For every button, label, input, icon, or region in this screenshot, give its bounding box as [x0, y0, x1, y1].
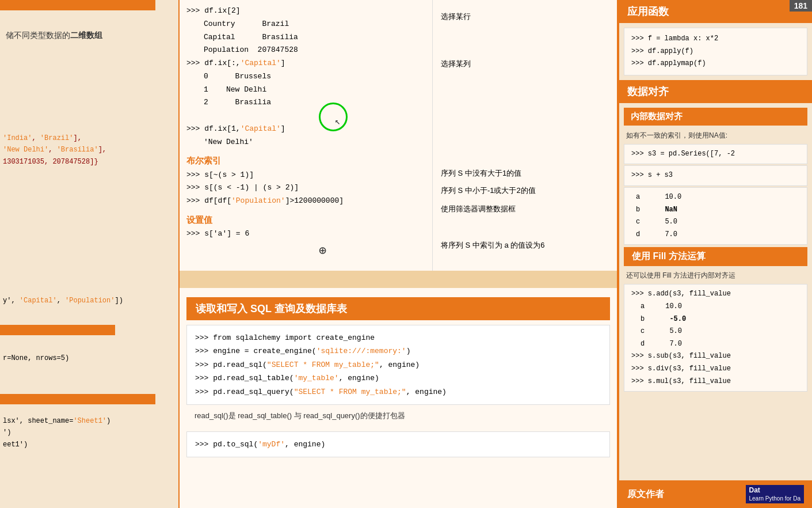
page-badge: 181 — [790, 0, 812, 12]
sql-note: read_sql()是 read_sql_table() 与 read_sql_… — [186, 405, 610, 427]
author-section: 原文作者 DatLearn Python for Da — [619, 478, 812, 508]
left-code-block: 'India', 'Brazil'], 'New Delhi', 'Brasíl… — [3, 132, 106, 168]
code-line: b -5.0 — [631, 313, 800, 326]
left-mid-orange-bar — [0, 325, 115, 335]
code-line — [186, 109, 425, 123]
code-line: 1303171035, 207847528]} — [3, 156, 106, 168]
code-line: >>> s.mul(s3, fill_value — [631, 376, 800, 388]
annot-select-col: 选择某列 — [441, 58, 471, 71]
code-line: >>> df.apply(f) — [631, 46, 800, 58]
left-text-block: 储不同类型数据的二维数组 — [6, 29, 102, 42]
code-line: >>> pd.read_sql_table('my_table', engine… — [195, 371, 601, 385]
middle-top-area: >>> df.ix[2] Country Brazil Capital Bras… — [180, 0, 617, 271]
code-line: >>> s[(s < -1) | (s > 2)] — [186, 181, 425, 195]
annot-filter: 使用筛选器调整数据框 — [441, 203, 516, 216]
code-line: >>> pd.read_sql("SELECT * FROM my_table;… — [195, 358, 601, 371]
middle-panel: >>> df.ix[2] Country Brazil Capital Bras… — [180, 0, 617, 508]
code-line: ') — [3, 427, 110, 438]
sql-result-block: >>> pd.to_sql('myDf', engine) — [186, 431, 610, 457]
result-b: b NaN — [636, 204, 800, 217]
code-line: eet1') — [3, 439, 110, 450]
code-line: r=None, nrows=5) — [3, 352, 69, 364]
set-value-section: 设置值 >>> s['a'] = 6 — [186, 213, 425, 241]
fill-section-title: 使用 Fill 方法运算 — [624, 247, 807, 266]
code-line: >>> f = lambda x: x*2 — [631, 33, 800, 46]
left-orange-bar — [0, 0, 155, 10]
code-line: >>> s['a'] = 6 — [186, 228, 425, 241]
left-bottom-code2: lsx', sheet_name='Sheet1') ') eet1') — [3, 415, 110, 450]
code-line: >>> pd.read_sql_query("SELECT * FROM my_… — [195, 385, 601, 399]
left-bottom-code3: y', 'Capital', 'Population']) — [3, 295, 123, 306]
inner-align-title: 内部数据对齐 — [624, 108, 807, 126]
result-d: d 7.0 — [636, 229, 800, 241]
code-line: >>> engine = create_engine('sqlite:///:m… — [195, 344, 601, 358]
code-line: 1 New Delhi — [186, 84, 425, 97]
result-a: a 10.0 — [636, 191, 800, 204]
code-line: >>> pd.to_sql('myDf', engine) — [195, 438, 601, 451]
code-line: >>> from sqlalchemy import create_engine — [195, 331, 601, 344]
sql-section-title: 读取和写入 SQL 查询及数据库表 — [186, 297, 610, 320]
brand-label: DatLearn Python for Da — [746, 485, 805, 503]
apply-section-title: 应用函数 — [619, 0, 812, 23]
code-line: >>> df.applymap(f) — [631, 58, 800, 70]
code-line: >>> s.add(s3, fill_value — [631, 288, 800, 301]
annot-no-gt1: 序列 S 中没有大于1的值 — [441, 167, 521, 180]
move-cursor-icon: ⊕ — [319, 241, 326, 263]
author-label: 原文作者 — [627, 488, 664, 501]
annotation-column: 选择某行 选择某列 序列 S 中没有大于1的值 序列 S 中小于-1或大于2的值… — [433, 0, 605, 271]
annot-lt-1-gt-2: 序列 S 中小于-1或大于2的值 — [441, 184, 536, 198]
code-line: d 7.0 — [631, 338, 800, 351]
inner-align-text: 如有不一致的索引，则使用NA值: — [619, 128, 812, 143]
code-line: a 10.0 — [631, 301, 800, 313]
cursor-arrow-icon: ↖ — [335, 114, 341, 130]
apply-code-block: >>> f = lambda x: x*2 >>> df.apply(f) >>… — [624, 28, 807, 75]
code-column: >>> df.ix[2] Country Brazil Capital Bras… — [180, 0, 433, 271]
code-line: 0 Brussels — [186, 70, 425, 84]
code-line: Population 207847528 — [186, 44, 425, 57]
code-line: >>> df.ix[1,'Capital'] — [186, 123, 425, 136]
middle-gap — [180, 271, 617, 288]
code-line: Country Brazil — [186, 18, 425, 31]
left-bold-text: 二维数组 — [70, 31, 102, 40]
move-cursor-area: ⊕ — [186, 241, 425, 258]
code-line: >>> df.ix[:,'Capital'] — [186, 57, 425, 70]
left-bottom-code1: r=None, nrows=5) — [3, 352, 69, 364]
code-line: >>> df[df['Population']>1200000000] — [186, 195, 425, 208]
code-line: y', 'Capital', 'Population']) — [3, 295, 123, 306]
sql-code-block: >>> from sqlalchemy import create_engine… — [186, 325, 610, 405]
author-bar: 原文作者 DatLearn Python for Da — [619, 480, 812, 508]
s-plus-s3-results: a 10.0 b NaN c 5.0 d 7.0 — [624, 187, 807, 245]
code-line: Capital Brasília — [186, 31, 425, 44]
left-panel: 储不同类型数据的二维数组 'India', 'Brazil'], 'New De… — [0, 0, 178, 508]
brand-sub: Learn Python for Da — [749, 495, 801, 502]
middle-bottom-sql: 读取和写入 SQL 查询及数据库表 >>> from sqlalchemy im… — [180, 288, 617, 508]
s3-code: >>> s3 = pd.Series([7, -2 — [624, 144, 807, 165]
code-line: >>> s.sub(s3, fill_value — [631, 350, 800, 363]
code-line: lsx', sheet_name='Sheet1') — [3, 415, 110, 427]
right-panel: 181 应用函数 >>> f = lambda x: x*2 >>> df.ap… — [618, 0, 812, 508]
s-plus-s3: >>> s + s3 — [624, 165, 807, 186]
code-line: >>> s.div(s3, fill_value — [631, 363, 800, 376]
fill-text: 还可以使用 Fill 方法进行内部对齐运 — [619, 268, 812, 283]
code-line: 'New Delhi', 'Brasília'], — [3, 144, 106, 156]
bool-section: 布尔索引 >>> s[~(s > 1)] >>> s[(s < -1) | (s… — [186, 153, 425, 208]
left-bottom-orange-bar2 — [0, 394, 155, 404]
code-line: 'India', 'Brazil'], — [3, 132, 106, 144]
code-line: >>> s[~(s > 1)] — [186, 169, 425, 182]
code-line: 2 Brasília — [186, 96, 425, 109]
set-value-label: 设置值 — [186, 213, 425, 228]
annot-select-row: 选择某行 — [441, 10, 471, 24]
align-section-title: 数据对齐 — [619, 80, 812, 103]
code-line: 'New Delhi' — [186, 136, 425, 149]
fill-code-block: >>> s.add(s3, fill_value a 10.0 b -5.0 c… — [624, 284, 807, 392]
code-line: c 5.0 — [631, 325, 800, 338]
code-line: >>> df.ix[2] — [186, 5, 425, 18]
left-text: 储不同类型数据的二维数组 — [6, 31, 102, 40]
left-bottom-section: r=None, nrows=5) lsx', sheet_name='Sheet… — [0, 266, 178, 508]
result-c: c 5.0 — [636, 216, 800, 229]
bool-index-label: 布尔索引 — [186, 153, 425, 168]
annot-set-a: 将序列 S 中索引为 a 的值设为6 — [441, 239, 545, 252]
green-circle — [319, 103, 348, 131]
